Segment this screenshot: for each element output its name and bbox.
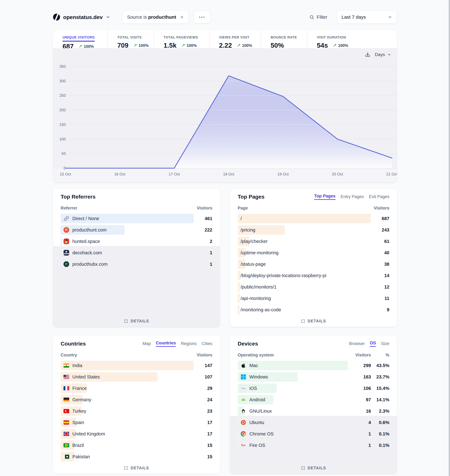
tab-entry-pages[interactable]: Entry Pages — [341, 194, 364, 199]
page-row-uptime-monitoring[interactable]: /uptime-monitoring40 — [238, 248, 389, 257]
close-icon[interactable] — [180, 15, 184, 19]
row-label: hunted.space — [72, 239, 100, 244]
column-header-country: Country — [61, 353, 197, 357]
device-row-ubuntu[interactable]: Ubuntu40.6% — [238, 418, 389, 427]
page-row-play-checker[interactable]: /play/checker61 — [238, 237, 389, 246]
row-value: 1 — [353, 431, 371, 437]
tab-countries[interactable]: Countries — [156, 341, 176, 347]
trend-up-icon: ↗ — [133, 43, 137, 48]
stat-label: VISIT DURATION — [317, 35, 346, 39]
row-value: 1 — [210, 250, 212, 256]
page-row-status-page[interactable]: /status-page38 — [238, 259, 389, 269]
countrie-row-spain[interactable]: Spain17 — [61, 418, 212, 427]
stat-total-visits[interactable]: TOTAL VISITS709↗100% — [107, 30, 154, 48]
referrer-row-producthunt-com[interactable]: Pproducthunt.com222 — [61, 225, 212, 235]
panel-title: Devices — [238, 341, 258, 347]
row-label: /api-monitoring — [241, 296, 271, 301]
stat-total-pageviews[interactable]: TOTAL PAGEVIEWS1.5k↗100% — [154, 30, 209, 48]
device-row-android[interactable]: Android9714.1% — [238, 395, 389, 405]
page-row-blog-deploy-private-locations-raspberry-pi[interactable]: /blog/deploy-private-locations-raspberry… — [238, 271, 389, 280]
countrie-row-germany[interactable]: Germany24 — [61, 395, 212, 405]
row-bar — [238, 214, 371, 223]
stat-views-per-visit[interactable]: VIEWS PER VISIT2.22↗100% — [209, 30, 261, 48]
column-header-: % — [371, 353, 389, 357]
referrer-row-decohack-com[interactable]: decohack.com1 — [61, 248, 212, 257]
row-label: Ubuntu — [249, 420, 264, 425]
panel-title: Top Pages — [238, 194, 264, 200]
stat-label: VIEWS PER VISIT — [219, 35, 249, 39]
row-label: Germany — [72, 397, 91, 402]
row-value: 222 — [205, 227, 212, 233]
stat-bounce-rate[interactable]: BOUNCE RATE50% — [261, 30, 307, 48]
row-label: Direct / None — [72, 216, 99, 221]
page-row-public-monitors-1[interactable]: /public/monitors/112 — [238, 282, 389, 292]
tab-cities[interactable]: Cities — [201, 341, 212, 346]
scrollbar-thumb[interactable] — [449, 0, 450, 476]
tab-exit-pages[interactable]: Exit Pages — [369, 194, 389, 199]
top-referrers-panel: Top Referrers ReferrerVisitors Direct / … — [53, 189, 220, 327]
row-bar — [238, 282, 240, 292]
row-value: 17 — [207, 431, 212, 437]
stat-unique-visitors[interactable]: UNIQUE VISITORS687↗100% — [53, 30, 107, 48]
chevron-down-icon — [106, 15, 110, 19]
countrie-row-pakistan[interactable]: Pakistan15 — [61, 452, 212, 461]
countrie-row-turkey[interactable]: Turkey23 — [61, 406, 212, 416]
row-bar — [61, 259, 62, 269]
countrie-row-brazil[interactable]: Brazil15 — [61, 440, 212, 450]
device-row-chrome-os[interactable]: Chrome OS10.1% — [238, 429, 389, 439]
scrollbar[interactable] — [448, 0, 450, 476]
stat-visit-duration[interactable]: VISIT DURATION54s↗100% — [307, 30, 397, 48]
device-row-ios[interactable]: iOSiOS10615.4% — [238, 384, 389, 393]
interval-select[interactable]: Days — [375, 52, 391, 57]
referrer-row-producthubx-com[interactable]: Pproducthubx.com1 — [61, 259, 212, 269]
visitors-line-chart: 05010015020025030035015 Oct16 Oct17 Oct1… — [53, 48, 397, 182]
flag-uk-icon — [64, 431, 69, 437]
countrie-row-united-states[interactable]: United States107 — [61, 372, 212, 382]
site-switcher[interactable]: openstatus.dev — [53, 14, 110, 21]
tab-os[interactable]: OS — [370, 341, 376, 347]
details-button[interactable]: DETAILS — [230, 318, 397, 324]
panels-grid: Top Referrers ReferrerVisitors Direct / … — [53, 189, 397, 476]
tab-browser[interactable]: Browser — [349, 341, 365, 346]
tab-size[interactable]: Size — [381, 341, 389, 346]
countrie-row-united-kingdom[interactable]: United Kingdom17 — [61, 429, 212, 439]
device-row-fire-os[interactable]: fireFire OS10.1% — [238, 440, 389, 450]
countrie-row-france[interactable]: France29 — [61, 384, 212, 393]
row-value: 38 — [384, 262, 389, 267]
tab-regions[interactable]: Regions — [181, 341, 196, 346]
stat-delta: ↗100% — [182, 43, 197, 48]
device-row-mac[interactable]: Mac29943.5% — [238, 361, 389, 370]
filter-chip[interactable]: Source is producthunt — [122, 11, 189, 24]
more-button[interactable]: ··· — [194, 11, 210, 24]
details-button[interactable]: DETAILS — [230, 465, 397, 471]
windows-icon — [241, 374, 246, 380]
page-row-monitoring-as-code[interactable]: /monitoring-as-code9 — [238, 305, 389, 315]
device-row-gnu-linux[interactable]: GNU/Linux162.3% — [238, 406, 389, 416]
rows: India147United States107France29Germany2… — [61, 361, 212, 461]
filter-chip-text: Source is producthunt — [127, 14, 176, 20]
page-row-api-monitoring[interactable]: /api-monitoring11 — [238, 294, 389, 303]
svg-text:200: 200 — [59, 108, 66, 112]
svg-text:250: 250 — [59, 93, 66, 98]
countrie-row-india[interactable]: India147 — [61, 361, 212, 370]
filter-button[interactable]: Filter — [309, 14, 327, 20]
row-bar — [61, 237, 62, 246]
visitors-chart[interactable]: 05010015020025030035015 Oct16 Oct17 Oct1… — [53, 48, 397, 182]
referrer-row-direct-none[interactable]: Direct / None461 — [61, 214, 212, 223]
device-row-windows[interactable]: Windows16323.7% — [238, 372, 389, 382]
details-button[interactable]: DETAILS — [53, 318, 220, 324]
download-icon[interactable] — [365, 52, 370, 57]
details-label: DETAILS — [308, 319, 326, 323]
referrer-row-hunted-space[interactable]: hunted.space2 — [61, 237, 212, 246]
tab-map[interactable]: Map — [142, 341, 151, 346]
row-value: 40 — [384, 250, 389, 256]
tab-top-pages[interactable]: Top Pages — [314, 194, 336, 200]
row-bar — [238, 305, 240, 315]
date-range-select[interactable]: Last 7 days — [337, 11, 397, 24]
row-value: 16 — [353, 409, 371, 414]
page-row-[interactable]: /687 — [238, 214, 389, 223]
page-row-pricing[interactable]: /pricing243 — [238, 225, 389, 235]
row-label: decohack.com — [72, 250, 102, 256]
details-label: DETAILS — [131, 466, 149, 470]
details-button[interactable]: DETAILS — [53, 465, 220, 471]
